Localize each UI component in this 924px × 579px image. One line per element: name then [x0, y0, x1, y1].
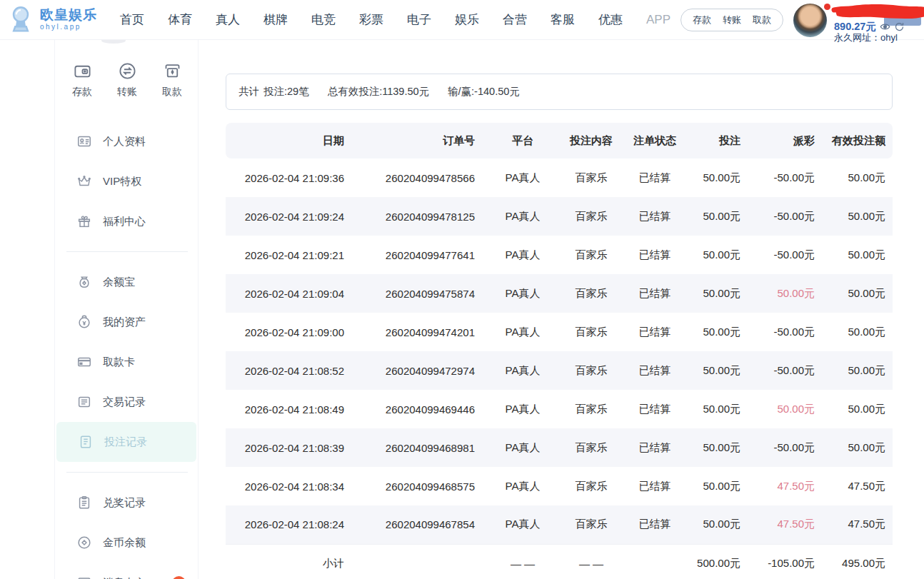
cell-bet-amount: 50.00元	[687, 197, 751, 236]
nav-item-entertainment[interactable]: 娱乐	[455, 11, 479, 28]
brand-logo[interactable]: 欧皇娱乐 ohyl.app	[0, 6, 114, 34]
nav-item-service[interactable]: 客服	[551, 11, 575, 28]
sidebar-item-assets[interactable]: 我的资产	[55, 302, 198, 342]
withdraw-button[interactable]: 取款	[753, 14, 771, 26]
cell-date: 2026-02-04 21:08:34	[226, 467, 344, 505]
header-bet-amount: 投注	[687, 123, 751, 158]
sidebar-item-coin-balance[interactable]: 金币余额	[55, 523, 198, 563]
header-payout: 派彩	[751, 123, 825, 158]
cell-bet-amount: 50.00元	[687, 390, 751, 428]
sidebar-item-label: 消息中心	[103, 576, 146, 579]
coin-icon	[76, 535, 92, 550]
cell-bet-content: 百家乐	[560, 158, 623, 197]
refresh-icon[interactable]	[894, 21, 905, 32]
cell-bet-amount: 50.00元	[687, 467, 751, 505]
sidebar-item-label: 福利中心	[103, 215, 146, 228]
top-header: 欧皇娱乐 ohyl.app 首页 体育 真人 棋牌 电竞 彩票 电子 娱乐 合营…	[0, 0, 924, 40]
nav-item-promo[interactable]: 优惠	[598, 11, 623, 28]
table-row: 2026-02-04 21:08:49 260204099469446 PA真人…	[226, 390, 893, 428]
cell-bet-amount: 50.00元	[687, 428, 751, 467]
sidebar-deposit-button[interactable]: 存款	[72, 61, 92, 99]
sidebar: 存款 转账 取款 个人资料 VIP特权	[54, 40, 199, 579]
table-row: 2026-02-04 21:09:21 260204099477641 PA真人…	[226, 236, 893, 274]
sidebar-divider	[66, 251, 188, 252]
sidebar-item-label: 投注记录	[104, 435, 147, 449]
table-row: 2026-02-04 21:09:24 260204099478125 PA真人…	[226, 197, 893, 236]
transfer-button[interactable]: 转账	[723, 14, 741, 26]
cell-platform: PA真人	[486, 158, 560, 197]
cell-status: 已结算	[623, 313, 687, 351]
sidebar-item-redeem-records[interactable]: 兑奖记录	[55, 483, 198, 523]
cell-bet-amount: 50.00元	[687, 236, 751, 274]
cell-order-id: 260204099475874	[344, 274, 486, 313]
deposit-button[interactable]: 存款	[693, 14, 711, 26]
cell-payout: 47.50元	[751, 467, 825, 505]
user-avatar[interactable]	[793, 4, 827, 37]
bet-records-table: 日期 订单号 平台 投注内容 注单状态 投注 派彩 有效投注额 2026-02-…	[226, 123, 893, 579]
subtotal-payout: -105.00元	[751, 544, 825, 579]
nav-item-chess[interactable]: 棋牌	[263, 11, 288, 28]
id-card-icon	[76, 134, 92, 149]
cell-platform: PA真人	[486, 236, 560, 274]
cell-order-id: 260204099469446	[344, 390, 486, 428]
sidebar-divider	[66, 472, 188, 473]
cell-date: 2026-02-04 21:09:24	[226, 197, 344, 236]
cell-valid-amount: 47.50元	[825, 505, 893, 544]
nav-item-app[interactable]: APP	[646, 13, 671, 27]
cell-order-id: 260204099478125	[344, 197, 486, 236]
nav-item-live[interactable]: 真人	[216, 11, 240, 28]
cell-bet-content: 百家乐	[560, 236, 623, 274]
sidebar-item-label: 兑奖记录	[103, 496, 146, 510]
cell-date: 2026-02-04 21:08:24	[226, 505, 344, 544]
cell-valid-amount: 50.00元	[825, 313, 893, 351]
sidebar-item-message-center[interactable]: 消息中心 3	[55, 563, 198, 579]
table-row: 2026-02-04 21:09:00 260204099474201 PA真人…	[226, 313, 893, 351]
sidebar-item-withdraw-card[interactable]: 取款卡	[55, 342, 198, 382]
cell-valid-amount: 50.00元	[825, 351, 893, 390]
nav-item-home[interactable]: 首页	[120, 11, 144, 28]
message-count-badge: 3	[172, 576, 186, 579]
sidebar-item-bet-records[interactable]: 投注记录	[56, 422, 196, 462]
sidebar-item-welfare[interactable]: 福利中心	[55, 201, 198, 241]
sidebar-item-yuebao[interactable]: 余额宝	[55, 262, 198, 302]
cell-payout: 50.00元	[751, 390, 825, 428]
cell-platform: PA真人	[486, 197, 560, 236]
cell-platform: PA真人	[486, 351, 560, 390]
eye-icon[interactable]	[880, 21, 890, 32]
nav-item-slots[interactable]: 电子	[407, 11, 431, 28]
sidebar-quick-actions: 存款 转账 取款	[55, 61, 198, 103]
nav-item-sports[interactable]: 体育	[168, 11, 192, 28]
sidebar-withdraw-button[interactable]: 取款	[162, 61, 182, 99]
sidebar-item-vip[interactable]: VIP特权	[55, 161, 198, 201]
header-right: 存款 转账 取款 890.27元 永久网址：ohyl	[681, 0, 924, 40]
cell-bet-content: 百家乐	[560, 467, 623, 505]
nav-item-partner[interactable]: 合营	[503, 11, 527, 28]
cell-valid-amount: 47.50元	[825, 467, 893, 505]
notification-dot	[824, 4, 830, 10]
withdraw-icon	[163, 61, 182, 81]
cell-order-id: 260204099474201	[344, 313, 486, 351]
cell-platform: PA真人	[486, 390, 560, 428]
transaction-list-icon	[76, 394, 92, 410]
cell-order-id: 260204099478566	[344, 158, 486, 197]
cell-date: 2026-02-04 21:09:00	[226, 313, 344, 351]
nav-item-esports[interactable]: 电竞	[311, 11, 336, 28]
cell-valid-amount: 50.00元	[825, 197, 893, 236]
sidebar-transfer-button[interactable]: 转账	[117, 61, 137, 99]
sidebar-item-label: 我的资产	[103, 316, 146, 329]
sidebar-item-label: 交易记录	[103, 396, 146, 409]
cell-bet-amount: 50.00元	[687, 505, 751, 544]
sidebar-item-transactions[interactable]: 交易记录	[55, 382, 198, 422]
cell-date: 2026-02-04 21:08:49	[226, 390, 344, 428]
money-pouch-icon	[76, 274, 92, 290]
header-date: 日期	[226, 123, 344, 158]
subtotal-row: 小计 — — — — 500.00元 -105.00元 495.00元	[226, 544, 893, 579]
cell-bet-content: 百家乐	[560, 274, 623, 313]
cell-status: 已结算	[623, 274, 687, 313]
nav-item-lottery[interactable]: 彩票	[359, 11, 383, 28]
cell-date: 2026-02-04 21:08:52	[226, 351, 344, 390]
mail-icon	[76, 575, 92, 579]
subtotal-content: — —	[560, 544, 623, 579]
sidebar-item-profile[interactable]: 个人资料	[55, 121, 198, 161]
cell-order-id: 260204099472974	[344, 351, 486, 390]
